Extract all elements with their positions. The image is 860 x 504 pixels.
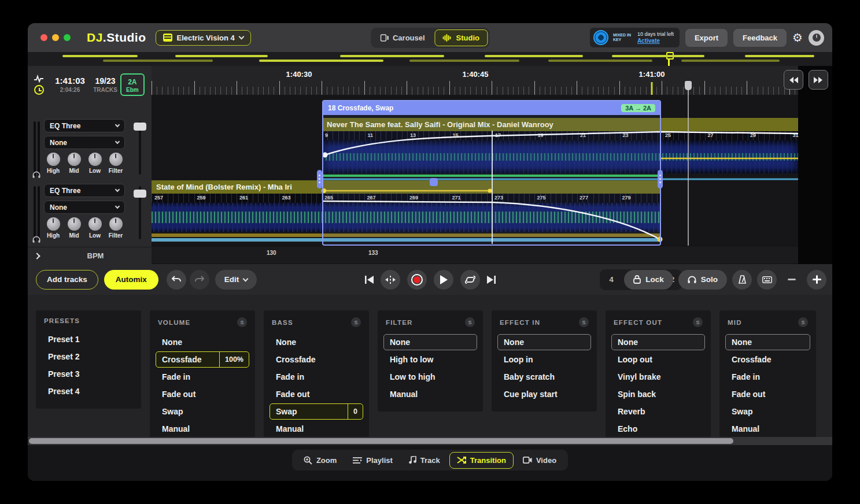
horizontal-scrollbar[interactable]: [28, 437, 832, 445]
sync-badge[interactable]: S: [693, 317, 703, 327]
record-button[interactable]: [407, 270, 427, 290]
panel-item-high-to-low[interactable]: High to low: [383, 351, 477, 368]
panel-item-manual[interactable]: Manual: [383, 386, 477, 402]
panel-item-none[interactable]: None: [725, 334, 810, 350]
panel-item-preset-1[interactable]: Preset 1: [42, 331, 135, 347]
panel-item-none[interactable]: None: [156, 334, 249, 350]
play-button[interactable]: [434, 270, 453, 290]
eq-mode-select[interactable]: EQ Three: [44, 184, 125, 197]
edit-menu-button[interactable]: Edit: [215, 270, 257, 290]
filter-knob[interactable]: [109, 153, 123, 166]
export-button[interactable]: Export: [685, 29, 728, 47]
panel-item-loop-out[interactable]: Loop out: [611, 351, 705, 368]
panel-item-manual[interactable]: Manual: [725, 421, 810, 437]
redo-button[interactable]: [190, 270, 209, 290]
panel-item-none[interactable]: None: [497, 334, 591, 350]
transition-mid-handle[interactable]: [430, 178, 438, 186]
mid-knob[interactable]: [68, 217, 81, 231]
sync-badge[interactable]: S: [798, 317, 808, 327]
panel-item-preset-4[interactable]: Preset 4: [42, 383, 135, 399]
sync-badge[interactable]: S: [579, 317, 589, 327]
scrollbar-thumb[interactable]: [29, 438, 733, 444]
effect-select[interactable]: None: [44, 136, 125, 149]
sync-badge[interactable]: S: [237, 317, 247, 327]
panel-item-none[interactable]: None: [611, 334, 705, 350]
panel-item-fade-out[interactable]: Fade out: [156, 386, 249, 402]
minimize-window-button[interactable]: [52, 34, 59, 41]
playhead-marker[interactable]: [685, 81, 692, 90]
sync-badge[interactable]: S: [465, 317, 475, 327]
low-knob[interactable]: [88, 153, 102, 166]
shortcuts-button[interactable]: [757, 270, 777, 290]
volume-fader[interactable]: [139, 121, 141, 175]
activate-link[interactable]: Activate: [637, 38, 674, 44]
panel-item-none[interactable]: None: [383, 334, 477, 350]
panel-item-none[interactable]: None: [270, 334, 363, 350]
user-avatar[interactable]: [809, 30, 824, 46]
automix-button[interactable]: Automix: [104, 270, 158, 290]
jump-back-button[interactable]: [784, 70, 803, 90]
panel-item-vinyl-brake[interactable]: Vinyl brake: [611, 369, 705, 385]
panel-item-fade-out[interactable]: Fade out: [270, 386, 363, 402]
metronome-button[interactable]: [732, 270, 752, 290]
zoom-out-button[interactable]: [782, 270, 802, 290]
sync-badge[interactable]: S: [351, 317, 361, 327]
panel-item-fade-in[interactable]: Fade in: [156, 369, 249, 385]
headphones-cue-icon[interactable]: [32, 236, 40, 243]
panel-item-baby-scratch[interactable]: Baby scratch: [497, 369, 591, 385]
effect-select[interactable]: None: [44, 201, 125, 214]
headphones-cue-icon[interactable]: [32, 171, 40, 178]
panel-item-swap[interactable]: Swap0: [270, 403, 363, 420]
low-knob[interactable]: [88, 217, 102, 231]
transition-region[interactable]: 18 Crossfade, Swap 3A → 2A: [322, 100, 661, 246]
panel-item-low-to-high[interactable]: Low to high: [383, 369, 477, 385]
solo-button[interactable]: Solo: [678, 270, 727, 290]
tab-carousel[interactable]: Carousel: [372, 30, 433, 46]
panel-item-cue-play-start[interactable]: Cue play start: [497, 386, 591, 402]
quantize-4-button[interactable]: 4: [601, 271, 621, 288]
lock-button[interactable]: Lock: [624, 270, 673, 290]
panel-item-reverb[interactable]: Reverb: [611, 403, 705, 420]
snap-to-playhead-button[interactable]: [381, 270, 400, 290]
settings-gear-icon[interactable]: ⚙: [792, 31, 803, 45]
panel-item-fade-in[interactable]: Fade in: [270, 369, 363, 385]
panel-item-loop-in[interactable]: Loop in: [497, 351, 591, 368]
timeline-canvas[interactable]: 1:40:301:40:451:41:00 Never The Same fea…: [152, 66, 832, 264]
panel-item-spin-back[interactable]: Spin back: [611, 386, 705, 402]
panel-item-fade-in[interactable]: Fade in: [725, 369, 810, 385]
mid-knob[interactable]: [68, 153, 81, 166]
panel-item-preset-2[interactable]: Preset 2: [42, 349, 135, 365]
volume-fader[interactable]: [139, 186, 141, 239]
tab-zoom[interactable]: Zoom: [297, 453, 344, 468]
time-ruler[interactable]: 1:40:301:40:451:41:00: [152, 66, 798, 95]
fader-handle[interactable]: [134, 123, 146, 131]
loop-button[interactable]: [460, 270, 480, 290]
maximize-window-button[interactable]: [64, 34, 71, 41]
panel-item-preset-3[interactable]: Preset 3: [42, 366, 135, 382]
panel-item-value[interactable]: 0: [348, 404, 363, 419]
panel-item-crossfade[interactable]: Crossfade100%: [156, 351, 249, 368]
panel-item-echo[interactable]: Echo: [611, 421, 705, 437]
fader-handle[interactable]: [134, 190, 146, 198]
eq-mode-select[interactable]: EQ Three: [44, 119, 125, 132]
high-knob[interactable]: [47, 217, 60, 231]
tab-playlist[interactable]: Playlist: [346, 453, 400, 468]
undo-button[interactable]: [167, 270, 186, 290]
overview-minimap[interactable]: [28, 52, 832, 66]
zoom-in-button[interactable]: [807, 270, 826, 290]
transition-header[interactable]: 18 Crossfade, Swap 3A → 2A: [323, 101, 660, 115]
feedback-button[interactable]: Feedback: [733, 29, 787, 47]
close-window-button[interactable]: [40, 34, 47, 41]
minimap-playhead[interactable]: [668, 52, 670, 66]
project-selector[interactable]: Electric Vision 4: [156, 30, 251, 46]
high-knob[interactable]: [47, 153, 60, 166]
filter-knob[interactable]: [109, 217, 123, 231]
skip-to-end-button[interactable]: [487, 276, 496, 284]
transition-right-handle[interactable]: [658, 170, 663, 188]
transition-left-handle[interactable]: [317, 170, 322, 188]
panel-item-swap[interactable]: Swap: [156, 403, 249, 420]
panel-item-manual[interactable]: Manual: [270, 421, 363, 437]
panel-item-crossfade[interactable]: Crossfade: [270, 351, 363, 368]
panel-item-value[interactable]: 100%: [219, 352, 249, 367]
panel-item-crossfade[interactable]: Crossfade: [725, 351, 810, 368]
